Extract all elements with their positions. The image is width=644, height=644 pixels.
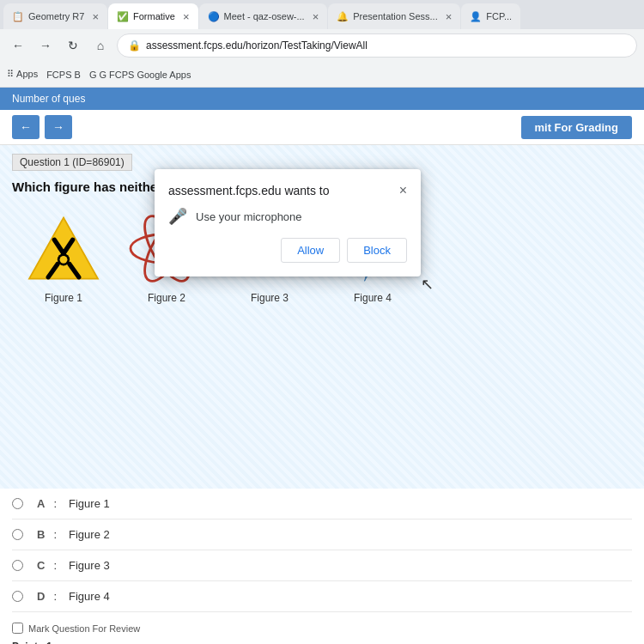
fcps-label: FCPS B — [46, 70, 81, 80]
browser-window: 📋 Geometry R7 × ✅ Formative × 🔵 Meet - q… — [0, 0, 644, 644]
dialog-buttons: Allow Block — [168, 238, 407, 263]
allow-label: Allow — [297, 244, 324, 257]
tab-label-formative: Formative — [133, 11, 175, 21]
tab-icon-meet: 🔵 — [208, 11, 220, 22]
svg-marker-0 — [29, 217, 98, 278]
figure-1-image — [21, 210, 106, 287]
tab-close-formative[interactable]: × — [183, 10, 190, 23]
reload-button[interactable]: ↻ — [62, 34, 84, 57]
answers-section: A: Figure 1 B: Figure 2 C: Figure 3 D: F… — [0, 489, 644, 644]
tab-bar: 📋 Geometry R7 × ✅ Formative × 🔵 Meet - q… — [0, 0, 644, 29]
question-id: Question 1 (ID=86901) — [12, 154, 132, 171]
answers-list: A: Figure 1 B: Figure 2 C: Figure 3 D: F… — [0, 489, 644, 612]
tab-presentation[interactable]: 🔔 Presentation Sess... × — [328, 3, 460, 29]
radio-a[interactable] — [12, 498, 23, 509]
answer-c: C: Figure 3 — [12, 550, 632, 581]
answer-d: D: Figure 4 — [12, 581, 632, 612]
dialog-header: assessment.fcps.edu wants to × — [168, 183, 407, 198]
answer-b-key: B — [37, 528, 45, 541]
submit-grading-button[interactable]: mit For Grading — [521, 116, 633, 139]
answer-a: A: Figure 1 — [12, 489, 632, 519]
points-label: Points 1 — [12, 641, 52, 644]
tab-close-geometry[interactable]: × — [92, 10, 99, 23]
figure-1-label: Figure 1 — [45, 292, 82, 304]
block-button[interactable]: Block — [347, 238, 407, 263]
address-bar-row: ← → ↻ ⌂ 🔒 assessment.fcps.edu/horizon/Te… — [0, 29, 644, 62]
google-apps-bookmark[interactable]: G G FCPS Google Apps — [89, 70, 191, 80]
address-box[interactable]: 🔒 assessment.fcps.edu/horizon/TestTaking… — [117, 33, 637, 58]
answer-a-key: A — [37, 497, 45, 510]
permission-dialog: assessment.fcps.edu wants to × 🎤 Use you… — [155, 169, 421, 276]
forward-button[interactable]: → — [34, 34, 57, 57]
tab-label-fcp: FCP... — [486, 11, 512, 21]
next-question-button[interactable]: → — [45, 115, 72, 139]
answer-d-key: D — [37, 590, 45, 603]
question-topbar: Number of ques — [0, 88, 644, 110]
bookmarks-bar: ⠿ Apps FCPS B G G FCPS Google Apps — [0, 62, 644, 88]
tab-icon-formative: ✅ — [117, 11, 129, 22]
figure-3-label: Figure 3 — [251, 292, 289, 304]
answer-d-text: Figure 4 — [69, 590, 110, 603]
answer-b-text: Figure 2 — [69, 528, 110, 541]
figure-2-label: Figure 2 — [148, 292, 185, 304]
back-button[interactable]: ← — [7, 34, 29, 57]
answer-c-key: C — [37, 559, 45, 572]
tab-label-meet: Meet - qaz-osew-... — [224, 11, 305, 21]
tab-meet[interactable]: 🔵 Meet - qaz-osew-... × — [199, 3, 328, 29]
figure-1-item: Figure 1 — [21, 210, 106, 304]
figure-4-label: Figure 4 — [354, 292, 392, 304]
tab-icon-geometry: 📋 — [12, 11, 24, 22]
answer-c-text: Figure 3 — [69, 559, 110, 572]
google-apps-label: G FCPS Google Apps — [99, 70, 191, 80]
allow-button[interactable]: Allow — [281, 238, 340, 263]
tab-close-presentation[interactable]: × — [446, 10, 453, 23]
block-label: Block — [363, 244, 391, 257]
radio-d[interactable] — [12, 591, 23, 602]
mark-review-label: Mark Question For Review — [28, 623, 140, 634]
dialog-close-button[interactable]: × — [399, 183, 407, 198]
radio-c[interactable] — [12, 560, 23, 571]
points-row: Points 1 — [0, 637, 644, 644]
mark-review-checkbox[interactable] — [12, 623, 23, 634]
home-button[interactable]: ⌂ — [89, 34, 112, 57]
tab-icon-presentation: 🔔 — [337, 11, 349, 22]
answer-b: B: Figure 2 — [12, 519, 632, 550]
tab-label-geometry: Geometry R7 — [28, 11, 84, 21]
review-row: Mark Question For Review — [0, 612, 644, 637]
dialog-body: 🎤 Use your microphone — [168, 207, 407, 226]
tab-fcp[interactable]: 👤 FCP... — [461, 3, 520, 29]
answer-a-text: Figure 1 — [69, 497, 110, 510]
tab-icon-fcp: 👤 — [470, 11, 482, 22]
dialog-close-icon: × — [399, 183, 407, 197]
dialog-title: assessment.fcps.edu wants to — [168, 184, 330, 197]
fcps-bookmark[interactable]: FCPS B — [46, 70, 81, 80]
submit-grading-label: mit For Grading — [535, 121, 619, 134]
google-icon: G — [89, 70, 97, 80]
microphone-icon: 🎤 — [168, 207, 187, 226]
address-text: assessment.fcps.edu/horizon/TestTaking/V… — [146, 39, 368, 52]
tab-label-presentation: Presentation Sess... — [353, 11, 437, 21]
radio-b[interactable] — [12, 529, 23, 540]
lock-icon: 🔒 — [128, 39, 141, 52]
apps-bookmark[interactable]: ⠿ Apps — [7, 69, 38, 80]
question-count-label: Number of ques — [12, 93, 85, 105]
page-content: Number of ques ← → mit For Grading Quest… — [0, 88, 644, 644]
tab-geometry[interactable]: 📋 Geometry R7 × — [3, 3, 107, 29]
permission-text: Use your microphone — [196, 210, 302, 223]
tab-formative[interactable]: ✅ Formative × — [108, 3, 198, 29]
apps-label: ⠿ Apps — [7, 69, 38, 80]
prev-question-button[interactable]: ← — [12, 115, 39, 139]
tab-close-meet[interactable]: × — [313, 10, 319, 23]
svg-point-2 — [60, 256, 68, 264]
